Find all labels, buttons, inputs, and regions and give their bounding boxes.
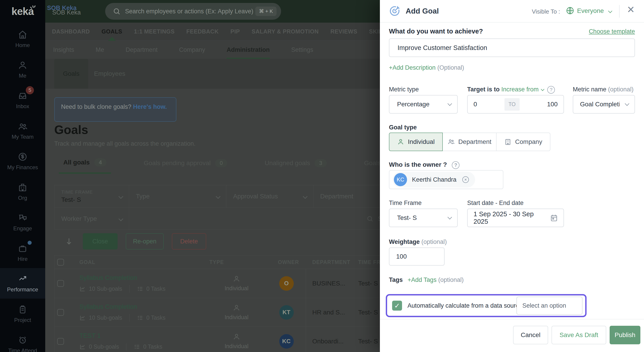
page-title: Goals	[54, 123, 88, 137]
logo-spark-icon	[28, 4, 38, 11]
goal-name-input[interactable]: Improve Customer Satisfaction	[389, 39, 635, 57]
data-source-select[interactable]: Select an option	[516, 296, 582, 315]
sidebar-item-org[interactable]: Org	[0, 176, 45, 207]
tab-admin-goals[interactable]: Goals	[54, 59, 88, 89]
tab-reviews[interactable]: REVIEWS	[330, 23, 357, 41]
remove-owner-icon[interactable]	[462, 176, 470, 184]
sidebar-item-performance[interactable]: Performance	[0, 268, 45, 299]
sidebar-item-project[interactable]: Project	[0, 299, 45, 329]
target-separator: TO	[504, 98, 520, 111]
sidebar-item-me[interactable]: Me	[0, 54, 45, 85]
goal-type-department[interactable]: Department	[443, 133, 496, 151]
goal-link[interactable]: TEST 1	[79, 332, 206, 339]
banner-link[interactable]: Here's how.	[133, 103, 167, 110]
sort-icon[interactable]	[66, 237, 74, 246]
metric-type-label: Metric type	[389, 86, 419, 93]
page-subtitle: Track and manage all goals across the or…	[54, 140, 196, 147]
subtab-insights[interactable]: Insights	[53, 41, 74, 59]
time-frame-select[interactable]: Test- S	[389, 209, 458, 227]
tab-salary-promotion[interactable]: SALARY & PROMOTION	[252, 23, 319, 41]
sidebar-item-hire[interactable]: Hire	[0, 237, 45, 268]
sidebar-item-my-team[interactable]: My Team	[0, 115, 45, 146]
select-all-checkbox[interactable]	[57, 259, 64, 266]
visible-to-dropdown[interactable]: Everyone	[577, 7, 604, 15]
target-from-value[interactable]: 0	[474, 101, 477, 108]
tab-goals[interactable]: GOALS	[102, 23, 122, 41]
owner-label: Who is the owner ?	[389, 161, 447, 168]
filter-approval-status[interactable]: Approval Status	[226, 185, 314, 207]
sidebar-item-time-attend[interactable]: Time Attend	[0, 329, 45, 352]
target-label: Target is to	[467, 86, 500, 93]
owner-chip: KC Keerthi Chandra	[392, 172, 475, 188]
subtab-administration[interactable]: Administration	[226, 41, 270, 59]
tab-dashboard[interactable]: DASHBOARD	[52, 23, 90, 41]
reopen-goals-button[interactable]: Re-open	[126, 233, 164, 249]
filter-type[interactable]: Type	[129, 185, 226, 207]
add-tags-link[interactable]: +Add Tags	[408, 276, 437, 283]
close-goals-button[interactable]: Close	[83, 233, 118, 249]
viewtab-unaligned[interactable]: Unaligned goals 3	[260, 158, 331, 174]
weightage-label: Weightage	[389, 238, 420, 245]
row-checkbox[interactable]	[57, 309, 64, 316]
target-to-value[interactable]: 100	[547, 101, 558, 108]
subtab-department[interactable]: Department	[126, 41, 158, 59]
owner-field[interactable]: KC Keerthi Chandra	[389, 170, 503, 189]
close-icon[interactable]: ✕	[627, 5, 635, 15]
banner-text: Need to bulk clone goals?	[61, 103, 133, 110]
bulk-clone-banner: Need to bulk clone goals? Here's how.	[54, 97, 176, 122]
metric-type-select[interactable]: Percentage	[389, 95, 458, 114]
avatar: KC	[394, 173, 407, 186]
filter-time-frame[interactable]: TIME FRAME Test- S	[54, 185, 129, 207]
weightage-input[interactable]: 100	[389, 247, 444, 266]
sidebar-item-inbox[interactable]: 5 Inbox	[0, 85, 45, 115]
tab-1-1-meetings[interactable]: 1:1 MEETINGS	[134, 23, 174, 41]
save-as-draft-button[interactable]: Save As Draft	[552, 326, 606, 344]
row-checkbox[interactable]	[57, 338, 64, 345]
individual-icon	[233, 275, 240, 282]
owner-avatar[interactable]: KC	[279, 334, 294, 348]
row-checkbox[interactable]	[57, 280, 64, 287]
home-icon	[18, 30, 27, 39]
tab-feedback[interactable]: FEEDBACK	[186, 23, 219, 41]
viewtab-all-goals[interactable]: All goals 4	[59, 158, 111, 174]
sidebar-item-home[interactable]: Home	[0, 24, 45, 54]
target-mode-dropdown[interactable]: Increase from	[501, 86, 539, 93]
help-icon[interactable]: ?	[547, 86, 555, 94]
viewtab-pending-approval[interactable]: Goals pending approval 0	[139, 158, 232, 174]
owner-avatar[interactable]: O	[279, 276, 294, 291]
goal-type-company[interactable]: Company	[496, 133, 550, 151]
app-root: SOB Keka SOB Keka Search employees or ac…	[0, 0, 644, 352]
owner-avatar[interactable]: KT	[279, 305, 294, 320]
filter-worker-type[interactable]: Worker Type	[54, 208, 129, 230]
tab-pip[interactable]: PIP	[230, 23, 240, 41]
delete-goals-button[interactable]: Delete	[172, 233, 206, 249]
auto-calc-checkbox[interactable]: ✓	[392, 301, 402, 311]
sidebar-item-my-finances[interactable]: My Finances	[0, 146, 45, 176]
subtab-settings[interactable]: Settings	[291, 41, 314, 59]
app-sidebar: keka Home Me 5 Inbox My Team	[0, 0, 45, 352]
metric-name-select[interactable]: Goal Completi...	[573, 95, 635, 114]
goal-type-individual[interactable]: Individual	[389, 133, 443, 151]
chevron-down-icon	[448, 101, 452, 106]
subtab-company[interactable]: Company	[179, 41, 205, 59]
bulk-actions: Close Re-open Delete	[54, 233, 206, 250]
global-search[interactable]: Search employees or actions (Ex: Apply L…	[105, 3, 281, 20]
company-name[interactable]: SOB Keka	[52, 9, 81, 16]
cancel-button[interactable]: Cancel	[513, 326, 548, 344]
date-range-input[interactable]: 1 Sep 2025 - 30 Sep 2025	[467, 209, 564, 227]
keka-logo[interactable]: keka	[0, 0, 45, 23]
choose-template-link[interactable]: Choose template	[589, 28, 635, 35]
performance-trend-icon	[18, 274, 27, 284]
goal-link[interactable]: Syllabus Completion	[79, 303, 206, 310]
add-description-link[interactable]: +Add Description	[389, 64, 436, 71]
tasks-icon	[137, 315, 143, 321]
help-icon[interactable]: ?	[452, 161, 460, 169]
briefcase-icon	[18, 244, 27, 253]
modal-title: Add Goal	[406, 7, 439, 15]
goal-link[interactable]: Syllabus Completion	[79, 274, 206, 281]
publish-button[interactable]: Publish	[610, 326, 640, 344]
sidebar-item-engage[interactable]: Engage	[0, 207, 45, 237]
target-range-input[interactable]: 0 TO 100	[467, 95, 564, 114]
tab-admin-employees[interactable]: Employees	[88, 59, 131, 89]
subtab-me[interactable]: Me	[96, 41, 104, 59]
